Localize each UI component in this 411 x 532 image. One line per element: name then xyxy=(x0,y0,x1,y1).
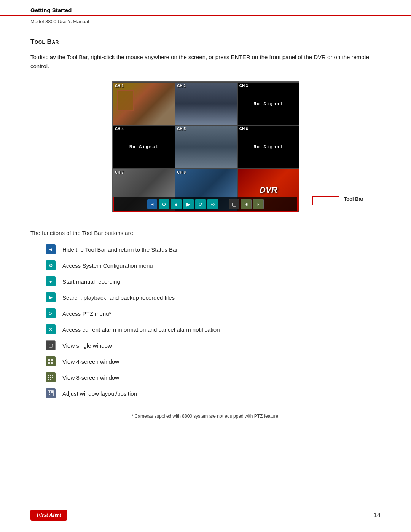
page-number: 14 xyxy=(374,512,381,519)
footer-note: * Cameras supplied with 8800 system are … xyxy=(0,414,411,419)
function-item-ptz: ⟳ Access PTZ menu* xyxy=(46,308,381,318)
alarm-icon: ⊘ xyxy=(46,324,56,334)
function-item-config: ⚙ Access System Configuration menu xyxy=(46,260,381,270)
playback-icon: ▶ xyxy=(46,292,56,302)
svg-rect-16 xyxy=(51,391,53,393)
dvr-image-section: CH 1 CH 2 CH 3 No Signal CH xyxy=(30,81,381,224)
func-desc-playback: Search, playback, and backup recorded fi… xyxy=(62,294,175,301)
func-desc-hide: Hide the Tool Bar and return to the Stat… xyxy=(62,246,178,253)
record-icon: ● xyxy=(46,276,56,286)
toolbar-callout: Tool Bar xyxy=(312,192,363,206)
ch1-label: CH 1 xyxy=(115,84,124,88)
ch4-no-signal: No Signal xyxy=(113,126,175,168)
8screen-icon xyxy=(46,372,56,382)
function-item-4screen: View 4-screen window xyxy=(46,356,381,366)
func-desc-8screen: View 8-screen window xyxy=(62,374,119,381)
dvr-channel-grid: CH 1 CH 2 CH 3 No Signal CH xyxy=(113,82,299,212)
function-item-hide: ◄ Hide the Tool Bar and return to the St… xyxy=(46,244,381,254)
func-desc-single: View single window xyxy=(62,342,112,349)
function-item-playback: ▶ Search, playback, and backup recorded … xyxy=(46,292,381,302)
toolbar-btn-playback[interactable]: ▶ xyxy=(183,199,194,209)
dvr-cell-ch3: CH 3 No Signal xyxy=(237,82,299,125)
ptz-icon: ⟳ xyxy=(46,308,56,318)
toolbar-btn-ptz[interactable]: ⟳ xyxy=(195,199,206,209)
svg-rect-9 xyxy=(48,377,49,378)
svg-rect-2 xyxy=(48,359,50,361)
svg-rect-4 xyxy=(48,362,50,364)
function-item-single: ▢ View single window xyxy=(46,340,381,350)
footer-bar: First Alert 14 xyxy=(0,510,411,521)
adjust-svg xyxy=(48,390,54,396)
8screen-svg xyxy=(48,374,54,380)
svg-rect-12 xyxy=(48,379,49,380)
svg-rect-8 xyxy=(52,375,53,376)
svg-rect-5 xyxy=(51,362,53,364)
ch6-no-signal: No Signal xyxy=(238,126,299,168)
dvr-cell-ch1: CH 1 xyxy=(113,82,175,125)
svg-rect-11 xyxy=(52,377,53,378)
functions-list: ◄ Hide the Tool Bar and return to the St… xyxy=(46,244,381,398)
function-item-alarm: ⊘ Access current alarm information and c… xyxy=(46,324,381,334)
ch7-label: CH 7 xyxy=(115,170,124,174)
config-icon: ⚙ xyxy=(46,260,56,270)
functions-intro: The functions of the Tool Bar buttons ar… xyxy=(30,230,381,236)
func-desc-alarm: Access current alarm information and can… xyxy=(62,326,220,333)
func-desc-record: Start manual recording xyxy=(62,278,120,285)
toolbar-btn-config[interactable]: ⚙ xyxy=(159,199,169,209)
toolbar-btn-record[interactable]: ● xyxy=(171,199,182,209)
dvr-cell-ch4: CH 4 No Signal xyxy=(113,125,175,168)
ch3-label: CH 3 xyxy=(239,84,248,88)
toolbar-btn-8screen[interactable]: ⊡ xyxy=(253,199,264,209)
toolbar-btn-4screen[interactable]: ⊞ xyxy=(241,199,252,209)
dvr-cell-ch2: CH 2 xyxy=(175,82,237,125)
dvr-cell-ch5: CH 5 xyxy=(175,125,237,168)
ch4-label: CH 4 xyxy=(115,127,124,131)
function-item-adjust: Adjust window layout/position xyxy=(46,388,381,398)
4screen-icon xyxy=(46,356,56,366)
svg-rect-10 xyxy=(50,377,51,378)
toolbar-callout-label: Tool Bar xyxy=(344,196,363,202)
section-title: Tool Bar xyxy=(30,38,381,46)
function-item-record: ● Start manual recording xyxy=(46,276,381,286)
func-desc-ptz: Access PTZ menu* xyxy=(62,310,111,317)
ch5-label: CH 5 xyxy=(177,127,186,131)
func-desc-config: Access System Configuration menu xyxy=(62,262,153,269)
svg-rect-7 xyxy=(50,375,51,376)
adjust-icon xyxy=(46,388,56,398)
ptznote-text: * Cameras supplied with 8800 system are … xyxy=(132,414,280,419)
page-container: Getting Started Model 8800 User's Manual… xyxy=(0,0,411,532)
dvr-screen: CH 1 CH 2 CH 3 No Signal CH xyxy=(112,81,299,212)
svg-rect-15 xyxy=(49,391,50,393)
dvr-cell-ch6: CH 6 No Signal xyxy=(237,125,299,168)
dvr-toolbar: ◄ ⚙ ● ▶ ⟳ ⊘ ▢ ⊞ ⊡ xyxy=(113,197,298,212)
ch2-label: CH 2 xyxy=(177,84,186,88)
func-desc-adjust: Adjust window layout/position xyxy=(62,390,137,397)
first-alert-logo: First Alert xyxy=(30,510,67,521)
toolbar-btn-single[interactable]: ▢ xyxy=(229,199,239,209)
ch8-label: CH 8 xyxy=(177,170,186,174)
toolbar-btn-hide[interactable]: ◄ xyxy=(147,199,157,209)
manual-subtitle: Model 8800 User's Manual xyxy=(0,17,411,27)
toolbar-btn-alarm[interactable]: ⊘ xyxy=(207,199,218,209)
function-item-8screen: View 8-screen window xyxy=(46,372,381,382)
svg-rect-17 xyxy=(49,394,50,395)
svg-rect-13 xyxy=(50,379,51,380)
callout-connector-svg xyxy=(312,192,343,206)
intro-paragraph: To display the Tool Bar, right-click the… xyxy=(30,53,381,71)
hide-toolbar-icon: ◄ xyxy=(46,244,56,254)
ch6-label: CH 6 xyxy=(239,127,248,131)
section-heading: Getting Started xyxy=(30,7,72,13)
svg-rect-3 xyxy=(51,359,53,361)
dvr-brand-text: DVR xyxy=(260,185,277,195)
svg-rect-6 xyxy=(48,375,49,376)
func-desc-4screen: View 4-screen window xyxy=(62,358,119,365)
ch3-no-signal: No Signal xyxy=(238,83,299,125)
single-window-icon: ▢ xyxy=(46,340,56,350)
dvr-relative-wrapper: CH 1 CH 2 CH 3 No Signal CH xyxy=(112,81,299,212)
page-header: Getting Started xyxy=(0,0,411,16)
4screen-svg xyxy=(48,358,54,364)
main-content: Tool Bar To display the Tool Bar, right-… xyxy=(0,27,411,398)
